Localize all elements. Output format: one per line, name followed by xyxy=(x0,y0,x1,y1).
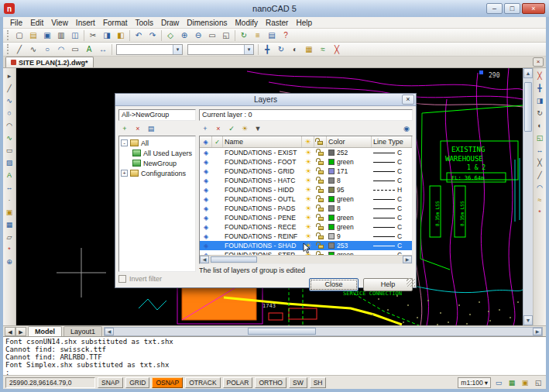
explode-icon[interactable]: * xyxy=(4,244,15,255)
tree-item-newgroup[interactable]: NewGroup xyxy=(121,158,194,168)
extend-icon[interactable]: ╱ xyxy=(534,170,546,181)
layer-color[interactable]: 9 xyxy=(327,232,372,240)
menu-help[interactable]: Help xyxy=(292,19,316,27)
command-prompt[interactable]: : xyxy=(5,369,544,375)
layer-linetype[interactable]: C xyxy=(372,177,412,184)
tree-item-all-used-layers[interactable]: All Used Layers xyxy=(121,148,194,158)
scroll-down-icon[interactable]: ▼ xyxy=(523,315,533,325)
horizontal-scroll-track[interactable] xyxy=(114,328,533,335)
name-column-header[interactable]: Name xyxy=(223,136,302,147)
chevron-down-icon[interactable]: ▾ xyxy=(244,45,253,54)
explode-object-icon[interactable]: * xyxy=(534,207,546,218)
dialog-title-bar[interactable]: Layers × xyxy=(115,94,416,106)
layer-linetype[interactable]: H xyxy=(372,186,412,194)
rectangle-tool-icon[interactable]: ▭ xyxy=(68,43,82,56)
region-icon[interactable]: ▱ xyxy=(4,232,15,242)
scroll-left-icon[interactable]: ◀ xyxy=(105,328,114,335)
set-current-layer-icon[interactable]: ✓ xyxy=(225,123,238,134)
chamfer-icon[interactable]: ≈ xyxy=(534,194,546,205)
layer-color[interactable]: green xyxy=(327,214,372,222)
layer-color[interactable]: 8 xyxy=(327,177,372,184)
pan-icon[interactable]: ◇ xyxy=(163,29,177,42)
layer-unlock-icon[interactable] xyxy=(314,215,327,221)
table-row[interactable]: ◈ FOUNDATIONS - GRID ☀ 171 C xyxy=(200,167,412,176)
maximize-button[interactable]: □ xyxy=(504,3,520,14)
menu-file[interactable]: File xyxy=(6,19,26,27)
fillet-icon[interactable]: ◠ xyxy=(534,182,546,193)
select-tool-icon[interactable]: ▸ xyxy=(4,70,15,81)
regen-icon[interactable]: ↻ xyxy=(237,29,251,42)
layer-unlock-icon[interactable] xyxy=(314,252,327,255)
fullscreen-icon[interactable]: ◱ xyxy=(533,377,544,388)
menu-raster[interactable]: Raster xyxy=(262,19,292,27)
linetype-column-header[interactable]: Line Type xyxy=(372,136,412,147)
spline-icon[interactable]: ∿ xyxy=(4,132,15,143)
trim-tool-icon[interactable]: ╳ xyxy=(330,43,344,56)
sort-layers-icon[interactable]: ▼ xyxy=(252,123,264,134)
current-layer-combo[interactable]: ▾ xyxy=(116,44,183,55)
color-column-header[interactable]: Color xyxy=(327,136,372,147)
otrack-toggle[interactable]: OTRACK xyxy=(185,377,220,388)
close-button[interactable]: × xyxy=(522,3,545,14)
delete-group-icon[interactable]: × xyxy=(132,123,144,134)
help-icon[interactable]: ? xyxy=(279,29,293,42)
dimension-tool-icon[interactable]: ↔ xyxy=(96,43,110,56)
zoom-in-icon[interactable]: ⊕ xyxy=(177,29,191,42)
tree-item-configurations[interactable]: + Configurations xyxy=(121,168,194,178)
menu-format[interactable]: Format xyxy=(99,19,132,27)
line-tool-icon[interactable]: ╱ xyxy=(12,43,26,56)
layer-linetype[interactable]: C xyxy=(372,242,412,249)
block-icon[interactable]: ▣ xyxy=(4,207,15,218)
hatch-icon[interactable]: ▨ xyxy=(4,157,15,168)
collapse-icon[interactable]: - xyxy=(121,139,128,146)
image-icon[interactable]: ▦ xyxy=(4,219,15,230)
current-column-icon[interactable]: ✓ xyxy=(212,136,223,147)
new-group-icon[interactable]: + xyxy=(118,123,131,134)
scroll-right-icon[interactable]: ▶ xyxy=(533,328,542,335)
layer-unlock-icon[interactable] xyxy=(314,224,327,230)
ortho-toggle[interactable]: ORTHO xyxy=(255,377,287,388)
expand-icon[interactable]: + xyxy=(121,170,128,177)
zoom-out-icon[interactable]: ⊖ xyxy=(191,29,205,42)
tab-model[interactable]: Model xyxy=(28,326,62,336)
layer-on-icon[interactable]: ☀ xyxy=(302,158,314,166)
layers-icon[interactable]: ≡ xyxy=(251,29,265,42)
rotate-icon[interactable]: ↻ xyxy=(534,108,546,119)
toolbar-grip[interactable] xyxy=(7,30,10,40)
table-horizontal-scrollbar[interactable]: ◀ ▶ xyxy=(200,255,412,263)
menu-insert[interactable]: Insert xyxy=(72,19,99,27)
table-row[interactable]: ◈ FOUNDATIONS - OUTL ☀ green C xyxy=(200,194,412,204)
layer-on-icon[interactable]: ☀ xyxy=(302,177,314,184)
delete-layer-icon[interactable]: × xyxy=(212,123,225,134)
new-file-icon[interactable]: ▢ xyxy=(12,29,26,42)
layer-on-icon[interactable]: ☀ xyxy=(302,205,314,212)
table-row[interactable]: ◈ FOUNDATIONS - HIDD ☀ 95 H xyxy=(200,185,412,194)
toggle-visibility-icon[interactable]: ☀ xyxy=(238,123,251,134)
line-icon[interactable]: ╱ xyxy=(4,83,15,94)
menu-tools[interactable]: Tools xyxy=(132,19,157,27)
osnap-toggle[interactable]: OSNAP xyxy=(152,377,183,388)
table-row[interactable]: ◈ FOUNDATIONS - EXIST ☀ 252 C xyxy=(200,148,412,157)
tab-scroll-right-icon[interactable]: ▶ xyxy=(15,327,26,336)
scroll-left-icon[interactable]: ◀ xyxy=(200,256,209,263)
tab-layout1[interactable]: Layout1 xyxy=(63,326,102,336)
properties-icon[interactable]: ▤ xyxy=(265,29,279,42)
layer-linetype[interactable]: C xyxy=(372,214,412,222)
invert-filter-checkbox[interactable] xyxy=(118,275,126,283)
copy-icon[interactable]: ◨ xyxy=(100,29,114,42)
chevron-down-icon[interactable]: ▾ xyxy=(173,45,182,54)
layer-unlock-icon[interactable] xyxy=(314,242,327,249)
layer-on-icon[interactable]: ☀ xyxy=(302,167,314,175)
layer-on-icon[interactable]: ☀ xyxy=(302,149,314,156)
layer-color[interactable]: 95 xyxy=(327,186,372,194)
minimize-button[interactable]: – xyxy=(486,3,503,14)
table-row[interactable]: ◈ FOUNDATIONS - HATC ☀ 8 C xyxy=(200,176,412,185)
sh-toggle[interactable]: SH xyxy=(310,377,327,388)
current-color-combo[interactable]: ▾ xyxy=(187,44,254,55)
on-column-icon[interactable]: ☀ xyxy=(302,136,314,147)
move-icon[interactable]: ╋ xyxy=(534,83,546,94)
cut-icon[interactable]: ✂ xyxy=(86,29,100,42)
lock-column-icon[interactable] xyxy=(314,136,327,147)
trim-icon[interactable]: ╳ xyxy=(534,157,546,168)
close-dialog-button[interactable]: Close xyxy=(309,278,359,291)
